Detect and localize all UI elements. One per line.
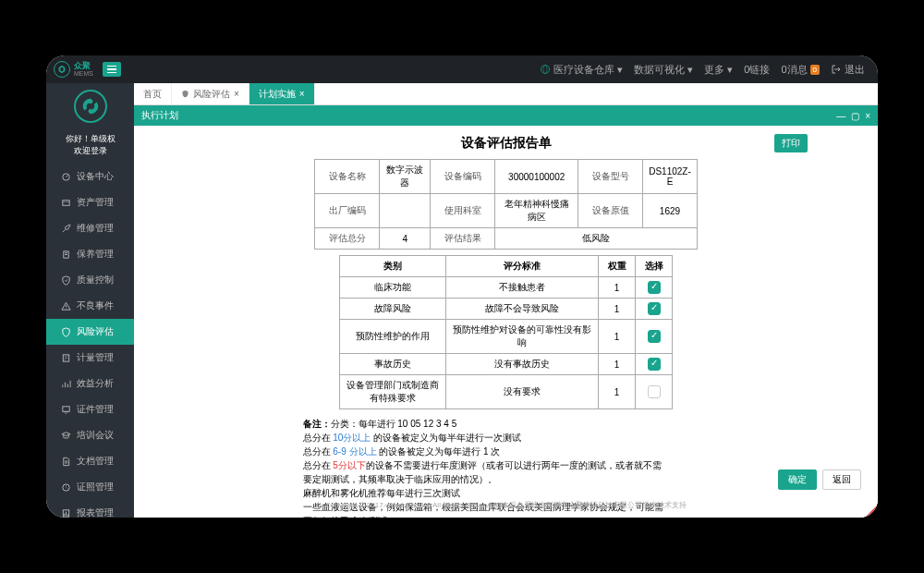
close-icon[interactable]: × <box>234 89 239 99</box>
sidebar-nav: 设备中心资产管理维修管理保养管理质量控制不良事件风险评估计量管理效益分析证件管理… <box>46 164 134 518</box>
sidebar-item-label: 培训会议 <box>77 429 114 442</box>
chevron-down-icon: ▾ <box>687 64 693 76</box>
criteria-table: 类别 评分标准 权重 选择 临床功能不接触患者1故障风险故障不会导致风险1预防性… <box>339 255 673 409</box>
confirm-button[interactable]: 确定 <box>778 469 817 490</box>
topnav-outbound[interactable]: 0链接 <box>744 63 770 77</box>
sidebar-item-8[interactable]: 效益分析 <box>46 371 134 396</box>
topbar: 众聚 MEMS 医疗设备仓库▾ 数据可视化▾ 更多▾ 0链接 0消息0 退出 <box>46 55 878 83</box>
minimize-icon[interactable]: — <box>836 111 845 121</box>
sidebar-item-label: 设备中心 <box>77 170 114 183</box>
wrench-icon <box>61 224 71 234</box>
checkbox[interactable] <box>648 302 661 315</box>
sidebar-item-2[interactable]: 维修管理 <box>46 215 134 241</box>
topnav-warehouse[interactable]: 医疗设备仓库▾ <box>540 63 623 77</box>
cert-icon <box>61 405 71 415</box>
measure-icon <box>61 482 71 493</box>
criteria-row: 临床功能不接触患者1 <box>340 277 673 299</box>
panel-title: 执行计划 <box>141 109 178 122</box>
sidebar-item-label: 保养管理 <box>77 248 114 261</box>
tab-risk[interactable]: 风险评估× <box>172 83 249 104</box>
close-icon[interactable]: × <box>865 111 870 121</box>
sidebar-item-label: 质量控制 <box>77 274 114 286</box>
resize-corner[interactable] <box>865 505 878 518</box>
topnav-logout[interactable]: 退出 <box>831 63 865 77</box>
sidebar-item-label: 证件管理 <box>77 403 114 416</box>
sidebar-item-4[interactable]: 质量控制 <box>46 267 134 293</box>
adverse-icon <box>61 301 71 311</box>
tabs: 首页 风险评估× 计划实施× <box>134 83 878 105</box>
sidebar-item-label: 资产管理 <box>77 196 114 209</box>
sidebar-item-11[interactable]: 文档管理 <box>46 448 134 474</box>
checkbox[interactable] <box>648 281 661 294</box>
svg-point-0 <box>541 66 550 74</box>
report-icon <box>61 508 71 518</box>
logout-icon <box>831 64 842 75</box>
brand: 众聚 MEMS <box>74 62 93 77</box>
sidebar-item-label: 维修管理 <box>77 222 114 235</box>
dashboard-icon <box>61 172 71 182</box>
brand-sub: MEMS <box>74 70 93 77</box>
footer: Copyright © 2017-wsadmin v1.0 All Rights… <box>134 500 878 510</box>
chevron-down-icon: ▾ <box>617 64 623 76</box>
sidebar-item-label: 文档管理 <box>77 455 114 468</box>
sidebar-item-label: 报表管理 <box>77 506 114 518</box>
sidebar-item-9[interactable]: 证件管理 <box>46 396 134 422</box>
sidebar-item-0[interactable]: 设备中心 <box>46 164 134 189</box>
sidebar-greeting: 你好！单级权 欢迎登录 <box>46 129 134 164</box>
criteria-row: 预防性维护的作用预防性维护对设备的可靠性没有影响1 <box>340 320 673 354</box>
panel-header: 执行计划 — ▢ × <box>134 105 878 126</box>
sidebar-item-1[interactable]: 资产管理 <box>46 189 134 215</box>
panel-body: 设备评估报告单 打印 设备名称 数字示波器 设备编码 30000100002 设… <box>134 126 878 518</box>
sidebar-item-6[interactable]: 风险评估 <box>46 319 134 345</box>
sidebar-item-12[interactable]: 证照管理 <box>46 474 134 500</box>
sidebar-item-5[interactable]: 不良事件 <box>46 293 134 319</box>
asset-icon <box>61 198 71 208</box>
sidebar-item-label: 效益分析 <box>77 377 114 390</box>
criteria-row: 事故历史没有事故历史1 <box>340 354 673 375</box>
checkbox[interactable] <box>648 330 661 343</box>
criteria-row: 故障风险故障不会导致风险1 <box>340 299 673 320</box>
svg-point-1 <box>543 66 547 74</box>
checkbox[interactable] <box>648 385 661 398</box>
menu-toggle[interactable] <box>103 62 121 77</box>
sidebar-item-label: 计量管理 <box>77 351 114 364</box>
plan-icon <box>61 353 71 363</box>
report-info-table: 设备名称 数字示波器 设备编码 30000100002 设备型号 DS1102Z… <box>314 159 698 250</box>
topnav-visual[interactable]: 数据可视化▾ <box>634 63 693 77</box>
chevron-down-icon: ▾ <box>727 64 733 76</box>
quality-icon <box>61 275 71 286</box>
tab-home[interactable]: 首页 <box>134 83 172 104</box>
maint-icon <box>61 250 71 260</box>
sidebar-item-10[interactable]: 培训会议 <box>46 422 134 448</box>
checkbox[interactable] <box>648 358 661 371</box>
shield-icon <box>61 327 71 337</box>
maximize-icon[interactable]: ▢ <box>851 111 859 121</box>
brand-name: 众聚 <box>74 62 93 70</box>
topnav-more[interactable]: 更多▾ <box>704 63 733 77</box>
shield-icon <box>181 90 189 98</box>
svg-rect-5 <box>63 407 69 412</box>
sidebar-item-label: 证照管理 <box>77 481 114 494</box>
topnav-msg[interactable]: 0消息0 <box>781 63 820 77</box>
sidebar-item-label: 不良事件 <box>77 299 114 312</box>
benefit-icon <box>61 379 71 389</box>
tab-plan[interactable]: 计划实施× <box>249 83 315 104</box>
sidebar-item-label: 风险评估 <box>77 325 114 338</box>
svg-rect-3 <box>63 200 69 205</box>
contract-icon <box>61 457 71 467</box>
print-button[interactable]: 打印 <box>774 134 808 152</box>
sidebar-item-7[interactable]: 计量管理 <box>46 345 134 371</box>
sidebar-logo <box>46 83 134 129</box>
report-title: 设备评估报告单 <box>461 135 552 152</box>
sidebar-item-13[interactable]: 报表管理 <box>46 500 134 518</box>
sidebar-item-3[interactable]: 保养管理 <box>46 241 134 267</box>
criteria-row: 设备管理部门或制造商有特殊要求没有要求1 <box>340 375 673 409</box>
logo-small <box>54 61 70 78</box>
train-icon <box>61 431 71 441</box>
back-button[interactable]: 返回 <box>822 469 861 490</box>
msg-badge: 0 <box>810 65 820 75</box>
close-icon[interactable]: × <box>299 89 305 99</box>
globe-icon <box>540 64 551 75</box>
sidebar: 你好！单级权 欢迎登录 设备中心资产管理维修管理保养管理质量控制不良事件风险评估… <box>46 83 134 518</box>
